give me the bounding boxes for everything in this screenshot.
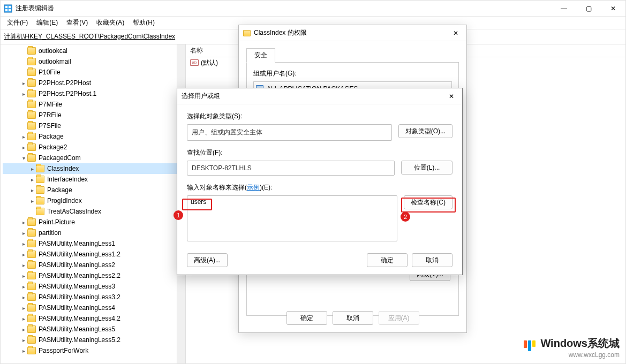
chevron-right-icon[interactable]: [20, 348, 27, 354]
object-types-button[interactable]: 对象类型(O)...: [398, 124, 452, 138]
tree-item[interactable]: PASMUtility.MeaningLess2.2: [3, 270, 183, 281]
menu-favorites[interactable]: 收藏夹(A): [92, 17, 129, 28]
tree-item[interactable]: InterfaceIndex: [3, 174, 183, 185]
chevron-right-icon[interactable]: [20, 273, 27, 279]
folder-icon: [27, 304, 36, 312]
tree-item[interactable]: Package2: [3, 142, 183, 153]
tree-item[interactable]: PASMUtility.MeaningLess4: [3, 302, 183, 313]
chevron-right-icon[interactable]: [20, 219, 27, 225]
tree-item[interactable]: PASMUtility.MeaningLess5.2: [3, 335, 183, 345]
tree-item[interactable]: PASMUtility.MeaningLess3.2: [3, 292, 183, 302]
tree-item-label: PASMUtility.MeaningLess1: [38, 240, 115, 247]
maximize-button[interactable]: ▢: [576, 1, 601, 17]
chevron-right-icon[interactable]: [20, 134, 27, 140]
menu-edit[interactable]: 编辑(E): [32, 17, 62, 28]
chevron-down-icon[interactable]: [20, 155, 27, 161]
chevron-right-icon[interactable]: [20, 294, 27, 300]
chevron-right-icon[interactable]: [20, 262, 27, 268]
tree-item[interactable]: P10File: [3, 67, 183, 78]
tree-item[interactable]: P2PHost.P2PHost: [3, 78, 183, 88]
minimize-button[interactable]: ―: [552, 1, 576, 17]
tree-item[interactable]: Package: [3, 131, 183, 142]
tree-item[interactable]: PASMUtility.MeaningLess1: [3, 238, 183, 249]
chevron-right-icon[interactable]: [28, 166, 36, 172]
chevron-right-icon[interactable]: [20, 241, 27, 247]
tree-item[interactable]: ClassIndex: [3, 163, 183, 174]
permissions-apply-button[interactable]: 应用(A): [379, 311, 419, 325]
tree-item-label: partition: [38, 229, 62, 237]
watermark: Windows系统城 www.wxcLgg.com: [524, 336, 620, 359]
tree-item[interactable]: Package: [3, 185, 183, 195]
tab-security[interactable]: 安全: [246, 48, 275, 63]
tree-item-label: outlookmail: [38, 58, 71, 65]
permissions-titlebar: ClassIndex 的权限 ✕: [239, 25, 466, 41]
tree-item-label: Package2: [38, 143, 67, 151]
tree-item-label: PackagedCom: [38, 154, 81, 162]
menu-help[interactable]: 帮助(H): [129, 17, 159, 28]
chevron-right-icon[interactable]: [28, 198, 36, 204]
tree-item[interactable]: P2PHost.P2PHost.1: [3, 88, 183, 99]
chevron-right-icon[interactable]: [20, 145, 27, 150]
chevron-right-icon[interactable]: [20, 284, 27, 290]
folder-icon: [27, 325, 36, 333]
folder-icon: [27, 240, 36, 247]
tree-item[interactable]: outlookcal: [3, 46, 183, 56]
permissions-cancel-button[interactable]: 取消: [333, 311, 373, 325]
locations-button[interactable]: 位置(L)...: [401, 161, 452, 175]
examples-link[interactable]: 示例: [247, 184, 260, 191]
tree-item[interactable]: P7RFile: [3, 110, 183, 120]
menu-file[interactable]: 文件(F): [3, 17, 32, 28]
select-close-button[interactable]: ✕: [441, 88, 462, 104]
tree-pane[interactable]: outlookcaloutlookmailP10FileP2PHost.P2PH…: [1, 44, 186, 363]
select-cancel-button[interactable]: 取消: [412, 253, 452, 267]
tree-item[interactable]: PackagedCom: [3, 153, 183, 163]
chevron-right-icon[interactable]: [20, 337, 27, 343]
tree-item[interactable]: P7MFile: [3, 99, 183, 110]
tree-item[interactable]: PASMUtility.MeaningLess5: [3, 324, 183, 335]
chevron-right-icon[interactable]: [28, 187, 36, 193]
tree-item[interactable]: P7SFile: [3, 120, 183, 131]
chevron-right-icon[interactable]: [20, 327, 27, 332]
object-names-input[interactable]: users: [187, 195, 397, 241]
svg-rect-1: [5, 6, 7, 8]
folder-icon: [27, 90, 36, 97]
tree-item-label: ClassIndex: [47, 165, 79, 172]
chevron-right-icon[interactable]: [20, 252, 27, 257]
tree-item[interactable]: outlookmail: [3, 56, 183, 67]
tree-item-label: PASMUtility.MeaningLess2: [38, 261, 115, 269]
chevron-right-icon[interactable]: [20, 80, 27, 86]
folder-icon: [27, 111, 36, 119]
permissions-ok-button[interactable]: 确定: [286, 311, 327, 325]
tree-item[interactable]: Paint.Picture: [3, 217, 183, 228]
titlebar: 注册表编辑器 ― ▢ ✕: [1, 1, 625, 17]
tree-item[interactable]: PASMUtility.MeaningLess2: [3, 260, 183, 270]
chevron-right-icon[interactable]: [28, 177, 36, 183]
chevron-right-icon[interactable]: [20, 316, 27, 322]
chevron-right-icon[interactable]: [20, 305, 27, 311]
close-button[interactable]: ✕: [601, 1, 625, 17]
tree-item-label: PASMUtility.MeaningLess5.2: [38, 336, 120, 344]
tree-item[interactable]: TreatAsClassIndex: [3, 206, 183, 217]
folder-icon: [27, 69, 36, 76]
permissions-close-button[interactable]: ✕: [445, 25, 466, 41]
tree-item-label: PASMUtility.MeaningLess4.2: [38, 315, 120, 322]
check-names-button[interactable]: 检查名称(C): [404, 195, 452, 209]
select-advanced-button[interactable]: 高级(A)...: [187, 253, 228, 267]
tree-item[interactable]: PASMUtility.MeaningLess1.2: [3, 249, 183, 260]
tree-item[interactable]: PASMUtility.MeaningLess4.2: [3, 313, 183, 324]
tree-item-label: PASMUtility.MeaningLess3: [38, 283, 115, 290]
address-text: 计算机\HKEY_CLASSES_ROOT\PackagedCom\ClassI…: [4, 32, 175, 41]
select-ok-button[interactable]: 确定: [367, 253, 408, 267]
tree-item-label: outlookcal: [38, 47, 67, 55]
tree-item-label: PASMUtility.MeaningLess3.2: [38, 293, 120, 301]
tree-item[interactable]: partition: [3, 228, 183, 238]
svg-rect-3: [5, 9, 7, 11]
tree-item[interactable]: PASMUtility.MeaningLess3: [3, 281, 183, 292]
folder-icon: [27, 143, 36, 151]
menu-view[interactable]: 查看(V): [62, 17, 92, 28]
folder-icon: [27, 283, 36, 290]
tree-item[interactable]: PassportForWork: [3, 345, 183, 356]
tree-item[interactable]: ProgIdIndex: [3, 195, 183, 206]
chevron-right-icon[interactable]: [20, 91, 27, 97]
chevron-right-icon[interactable]: [20, 230, 27, 236]
